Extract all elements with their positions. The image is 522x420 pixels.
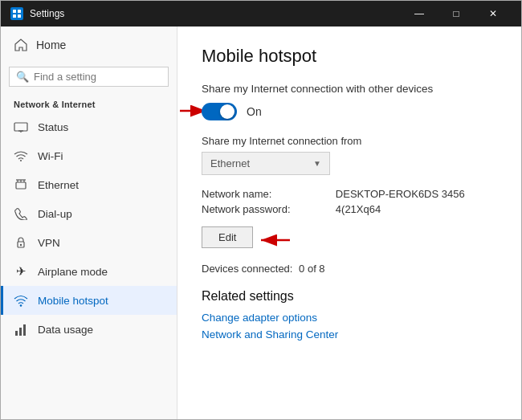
settings-window: Settings — □ ✕ Home 🔍 Network & Interne [0, 0, 522, 420]
dropdown-value: Ethernet [210, 157, 250, 169]
sidebar-item-data[interactable]: Data usage [1, 315, 177, 344]
sidebar-item-data-label: Data usage [38, 324, 93, 336]
minimize-button[interactable]: — [401, 1, 438, 27]
sidebar-section-label: Network & Internet [1, 95, 177, 112]
toggle-row: On [202, 103, 497, 120]
svg-rect-17 [19, 328, 22, 336]
search-input[interactable] [34, 71, 161, 83]
svg-rect-2 [13, 14, 16, 18]
maximize-button[interactable]: □ [438, 1, 475, 27]
network-password-key: Network password: [202, 203, 323, 215]
network-password-val: 4(21Xq64 [336, 203, 497, 215]
share-label: Share my Internet connection with other … [202, 83, 497, 95]
app-icon [10, 7, 23, 20]
svg-point-15 [20, 304, 22, 307]
svg-point-14 [20, 244, 22, 246]
vpn-icon [14, 235, 28, 250]
svg-rect-1 [18, 10, 21, 13]
network-name-val: DESKTOP-EROK6DS 3456 [336, 188, 497, 200]
edit-button[interactable]: Edit [202, 226, 253, 248]
title-bar: Settings — □ ✕ [1, 1, 521, 27]
sidebar-item-dialup-label: Dial-up [38, 208, 72, 220]
sidebar-item-hotspot[interactable]: Mobile hotspot [1, 286, 177, 315]
sidebar-item-dialup[interactable]: Dial-up [1, 199, 177, 228]
dialup-icon [14, 206, 28, 221]
sidebar-item-wifi[interactable]: Wi-Fi [1, 141, 177, 170]
home-icon [14, 38, 28, 52]
sidebar-item-ethernet-label: Ethernet [38, 179, 79, 191]
devices-row: Devices connected: 0 of 8 [202, 263, 497, 275]
svg-rect-18 [23, 324, 26, 336]
sidebar-item-airplane[interactable]: ✈ Airplane mode [1, 257, 177, 286]
share-from-dropdown-row: Ethernet ▼ [202, 152, 497, 175]
svg-rect-4 [14, 123, 27, 131]
change-adapter-link[interactable]: Change adapter options [202, 312, 497, 324]
svg-point-7 [20, 160, 22, 161]
svg-rect-3 [18, 14, 21, 18]
status-icon [14, 120, 28, 134]
window-title: Settings [30, 8, 401, 19]
sidebar-item-status-label: Status [38, 121, 68, 133]
network-sharing-link[interactable]: Network and Sharing Center [202, 328, 497, 340]
related-settings-title: Related settings [202, 289, 497, 304]
data-icon [14, 322, 28, 336]
home-label: Home [36, 39, 66, 51]
share-from-label: Share my Internet connection from [202, 135, 497, 147]
sidebar-item-wifi-label: Wi-Fi [38, 150, 63, 162]
main-panel: Mobile hotspot Share my Internet connect… [177, 27, 521, 419]
dropdown-arrow-icon: ▼ [313, 159, 321, 168]
sidebar-item-hotspot-label: Mobile hotspot [38, 295, 108, 307]
svg-rect-8 [16, 182, 26, 189]
search-icon: 🔍 [16, 71, 29, 83]
sidebar-item-vpn[interactable]: VPN [1, 228, 177, 257]
airplane-icon: ✈ [14, 264, 28, 279]
svg-rect-0 [13, 10, 16, 13]
network-info: Network name: DESKTOP-EROK6DS 3456 Netwo… [202, 188, 497, 215]
share-from-dropdown[interactable]: Ethernet ▼ [202, 152, 330, 175]
network-name-key: Network name: [202, 188, 323, 200]
sidebar-item-ethernet[interactable]: Ethernet [1, 170, 177, 199]
sidebar-item-vpn-label: VPN [38, 237, 60, 249]
share-toggle[interactable] [202, 103, 237, 120]
sidebar-item-airplane-label: Airplane mode [38, 266, 108, 278]
arrow-to-edit [250, 230, 294, 251]
wifi-icon [14, 149, 28, 163]
search-box[interactable]: 🔍 [9, 67, 169, 87]
window-content: Home 🔍 Network & Internet Status [1, 27, 521, 419]
svg-rect-16 [15, 331, 18, 336]
page-title: Mobile hotspot [202, 46, 497, 67]
sidebar: Home 🔍 Network & Internet Status [1, 27, 177, 419]
devices-val: 0 of 8 [299, 263, 325, 275]
ethernet-icon [14, 177, 28, 192]
hotspot-icon [14, 293, 28, 308]
edit-row: Edit [202, 226, 497, 248]
toggle-label: On [247, 105, 262, 118]
sidebar-item-home[interactable]: Home [1, 27, 177, 63]
devices-key: Devices connected: [202, 263, 292, 275]
sidebar-item-status[interactable]: Status [1, 112, 177, 141]
close-button[interactable]: ✕ [475, 1, 512, 27]
window-controls: — □ ✕ [401, 1, 512, 27]
